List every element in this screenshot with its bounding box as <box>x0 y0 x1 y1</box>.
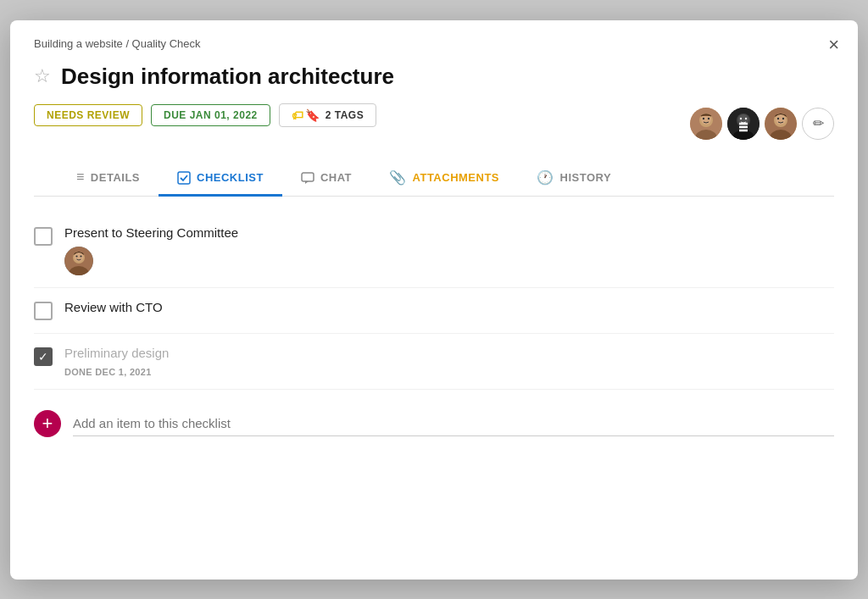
add-item-row: + <box>34 397 834 437</box>
checklist-icon <box>177 169 191 185</box>
edit-button[interactable]: ✏ <box>802 108 834 140</box>
modal: Building a website / Quality Check × ☆ D… <box>10 20 858 580</box>
paperclip-icon: 📎 <box>389 169 407 186</box>
tab-chat[interactable]: CHAT <box>282 161 370 197</box>
item-content-3: Preliminary design DONE DEC 1, 2021 <box>64 346 834 377</box>
svg-point-10 <box>740 117 742 119</box>
tab-attachments-label: ATTACHMENTS <box>413 171 500 184</box>
status-badge[interactable]: NEEDS REVIEW <box>34 104 142 126</box>
tab-chat-label: CHAT <box>320 171 352 184</box>
svg-point-5 <box>708 117 709 119</box>
tab-history-label: HISTORY <box>560 171 612 184</box>
avatar-3[interactable] <box>765 108 797 140</box>
tab-checklist-label: CHECKLIST <box>197 171 264 184</box>
close-button[interactable]: × <box>828 36 839 54</box>
avatars-group: ✏ <box>690 108 834 140</box>
tab-attachments[interactable]: 📎 ATTACHMENTS <box>370 161 518 197</box>
add-item-button[interactable]: + <box>34 410 61 437</box>
pencil-icon: ✏ <box>813 115 824 131</box>
item-content-1: Present to Steering Committee <box>64 225 834 275</box>
details-icon: ≡ <box>76 169 85 185</box>
item-label-3: Preliminary design <box>64 346 834 360</box>
tag-bookmark-green-icon: 🔖 <box>305 108 320 122</box>
add-item-input[interactable] <box>73 411 834 436</box>
svg-point-11 <box>745 117 747 119</box>
svg-point-4 <box>703 117 704 119</box>
svg-point-20 <box>782 117 784 119</box>
tabs-bar: ≡ DETAILS CHECKLIST <box>34 161 834 197</box>
item-avatar-1[interactable] <box>64 247 93 275</box>
modal-header: Building a website / Quality Check × ☆ D… <box>10 20 858 197</box>
avatar-2[interactable] <box>727 108 760 140</box>
svg-point-29 <box>80 255 81 257</box>
history-icon: 🕐 <box>537 169 554 186</box>
svg-marker-23 <box>305 181 309 184</box>
star-icon[interactable]: ☆ <box>34 65 51 87</box>
title-left: ☆ Design information architecture <box>34 64 394 90</box>
checklist-item-1: Present to Steering Committee <box>34 214 834 288</box>
tag-icons: 🏷 🔖 <box>292 108 320 122</box>
checklist-body: Present to Steering Committee <box>10 197 858 454</box>
checkbox-3[interactable]: ✓ <box>34 347 53 366</box>
checkbox-2[interactable] <box>34 302 53 320</box>
overlay: Building a website / Quality Check × ☆ D… <box>0 0 868 599</box>
tab-history[interactable]: 🕐 HISTORY <box>518 161 630 197</box>
title-row: ☆ Design information architecture <box>34 64 834 90</box>
avatar-1[interactable] <box>690 108 722 140</box>
item-label-1: Present to Steering Committee <box>64 225 834 240</box>
tab-details[interactable]: ≡ DETAILS <box>58 161 159 197</box>
chat-icon <box>301 169 314 185</box>
tag-flag-yellow-icon: 🏷 <box>292 108 304 122</box>
tab-details-label: DETAILS <box>91 171 140 184</box>
svg-point-19 <box>777 117 779 119</box>
task-title: Design information architecture <box>61 64 394 90</box>
item-content-2: Review with CTO <box>64 300 834 321</box>
tags-row: NEEDS REVIEW DUE JAN 01, 2022 🏷 🔖 2 TAGS <box>34 103 376 127</box>
done-date-label-3: DONE DEC 1, 2021 <box>64 367 834 377</box>
due-date-badge[interactable]: DUE JAN 01, 2022 <box>151 104 270 126</box>
svg-rect-22 <box>302 173 314 181</box>
item-label-2: Review with CTO <box>64 300 834 314</box>
svg-point-28 <box>75 255 77 257</box>
breadcrumb: Building a website / Quality Check <box>34 37 201 50</box>
checklist-item-3: ✓ Preliminary design DONE DEC 1, 2021 <box>34 334 834 390</box>
svg-rect-21 <box>178 172 190 184</box>
tab-checklist[interactable]: CHECKLIST <box>159 161 282 197</box>
checkbox-1[interactable] <box>34 227 53 246</box>
tags-badge[interactable]: 🏷 🔖 2 TAGS <box>279 103 376 127</box>
checklist-item-2: Review with CTO <box>34 288 834 334</box>
